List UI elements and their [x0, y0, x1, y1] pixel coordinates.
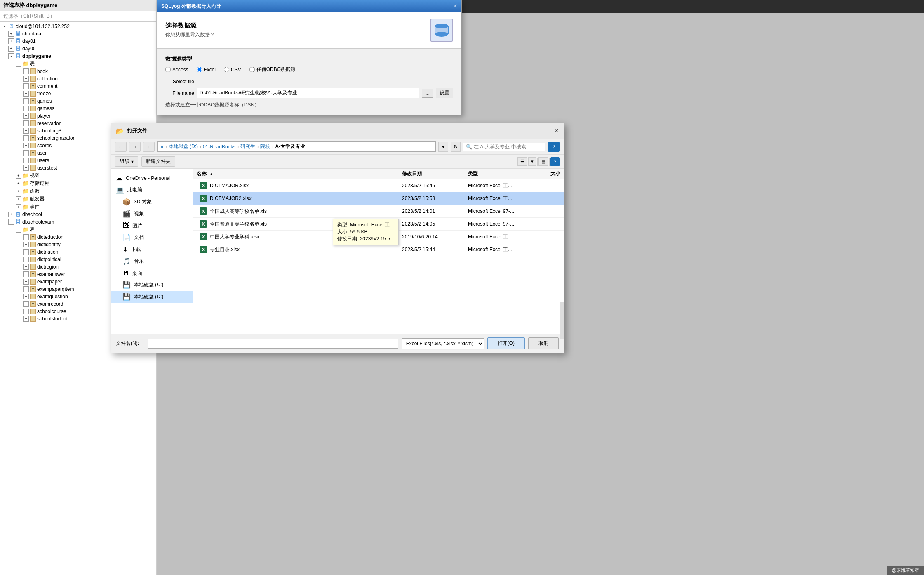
- sidebar-downloads[interactable]: ⬇ 下载: [111, 243, 193, 255]
- radio-excel-input[interactable]: [197, 67, 202, 72]
- sidebar-videos[interactable]: 🎬 视频: [111, 208, 193, 220]
- breadcrumb-school[interactable]: 院校: [260, 143, 270, 150]
- tables-exam-expand[interactable]: -: [16, 227, 21, 233]
- footer-filename-input[interactable]: [148, 339, 398, 349]
- folder-icon-procedures: 📁: [22, 180, 29, 187]
- db-day05[interactable]: + 🗄 day05: [0, 45, 156, 52]
- radio-csv-label: CSV: [231, 67, 241, 73]
- breadcrumb-home[interactable]: «: [161, 144, 164, 150]
- col-date[interactable]: 修改日期: [399, 170, 465, 177]
- sidebar-filter[interactable]: 过滤器（Ctrl+Shift+B）: [0, 11, 156, 22]
- file-item-dictmajor2[interactable]: X DICTMAJOR2.xlsx 2023/5/2 15:58 Microso…: [193, 192, 564, 205]
- table-freeze[interactable]: +Tfreeze: [0, 90, 156, 97]
- view-detail-btn[interactable]: ☰: [517, 157, 527, 166]
- radio-excel[interactable]: Excel: [197, 67, 216, 73]
- doc-icon: 📄: [122, 233, 131, 241]
- footer-filetype-select[interactable]: Excel Files(*.xls, *.xlsx, *.xlsm): [402, 338, 484, 349]
- db-dbplaygame[interactable]: - 🗄 dbplaygame: [0, 52, 156, 60]
- breadcrumb-grad[interactable]: 研究生: [240, 143, 255, 150]
- folder-icon: 📁: [22, 61, 29, 67]
- db-chatdata[interactable]: + 🗄 chatdata: [0, 30, 156, 38]
- nav-forward-btn[interactable]: →: [129, 142, 141, 152]
- dbschoolexam-expand[interactable]: -: [8, 219, 14, 225]
- file-settings-btn[interactable]: 设置: [436, 88, 453, 98]
- sidebar-thispc[interactable]: 💻 此电脑: [111, 184, 193, 196]
- search-input[interactable]: [474, 144, 536, 150]
- help-toolbar-btn[interactable]: ?: [550, 157, 560, 166]
- preview-btn[interactable]: ▤: [538, 157, 548, 166]
- search-bar: 🔍: [463, 143, 545, 151]
- tooltip-size-label: 大小:: [337, 229, 348, 235]
- picture-icon: 🖼: [122, 222, 129, 229]
- day01-expand[interactable]: +: [8, 38, 14, 44]
- file-item-chengren[interactable]: X 全国成人高等学校名单.xls 2023/5/2 14:01 Microsof…: [193, 205, 564, 218]
- radio-access[interactable]: Access: [165, 67, 188, 73]
- db-day01[interactable]: + 🗄 day01: [0, 38, 156, 45]
- sidebar-3dobjects[interactable]: 📦 3D 对象: [111, 196, 193, 208]
- sqlyog-close-btn[interactable]: ×: [454, 2, 457, 10]
- breadcrumb-d[interactable]: 本地磁盘 (D:): [169, 143, 198, 150]
- dbplaygame-expand[interactable]: -: [8, 53, 14, 59]
- server-node[interactable]: - 🖥 cloud@101.132.152.252: [0, 23, 156, 30]
- col-size[interactable]: 大小: [531, 170, 564, 177]
- view-dropdown-btn[interactable]: ▾: [528, 157, 536, 166]
- table-player[interactable]: +Tplayer: [0, 112, 156, 120]
- nav-up-btn[interactable]: ↑: [143, 142, 155, 152]
- doc-label: 文档: [134, 234, 144, 241]
- tables-expand[interactable]: -: [16, 61, 21, 67]
- ti-examrecord: T: [30, 301, 36, 307]
- file-dialog-titlebar: 📂 打开文件 ×: [111, 123, 564, 139]
- file-dialog-close-btn[interactable]: ×: [554, 127, 559, 135]
- organize-btn[interactable]: 组织 ▾: [115, 156, 138, 167]
- ti-dictidentity: T: [30, 241, 36, 248]
- cancel-file-btn[interactable]: 取消: [528, 337, 559, 349]
- file-tooltip: 类型: Microsoft Excel 工... 大小: 59.6 KB 修改日…: [333, 219, 399, 245]
- table-icon-comment: T: [30, 83, 36, 90]
- radio-access-input[interactable]: [165, 67, 171, 72]
- table-collection[interactable]: +Tcollection: [0, 75, 156, 82]
- sidebar-documents[interactable]: 📄 文档: [111, 231, 193, 243]
- sidebar-music[interactable]: 🎵 音乐: [111, 255, 193, 267]
- breadcrumb-sep4: ›: [257, 144, 259, 150]
- nav-back-btn[interactable]: ←: [115, 142, 127, 152]
- dbschoolexam-label: dbschoolexam: [22, 219, 54, 225]
- radio-csv-input[interactable]: [224, 67, 229, 72]
- breadcrumb-readbooks[interactable]: 01-ReadBooks: [203, 144, 235, 150]
- sidebar-drive-c[interactable]: 💾 本地磁盘 (C:): [111, 279, 193, 291]
- organize-chevron-icon: ▾: [131, 159, 134, 165]
- chatdata-expand[interactable]: +: [8, 31, 14, 37]
- help-btn[interactable]: ?: [548, 142, 560, 152]
- sidebar-onedrive[interactable]: ☁ OneDrive - Personal: [111, 172, 193, 184]
- open-file-btn[interactable]: 打开(O): [487, 337, 525, 349]
- db-icon-dbschoolexam: 🗄: [15, 219, 21, 225]
- new-folder-btn[interactable]: 新建文件夹: [141, 156, 175, 167]
- file-browse-btn[interactable]: ...: [422, 89, 433, 98]
- table-games[interactable]: +Tgames: [0, 97, 156, 105]
- file-type-6: Microsoft Excel 工...: [465, 246, 531, 253]
- dbschool-expand[interactable]: +: [8, 212, 14, 217]
- odbc-text: 选择或建立一个ODBC数据源名称（DSN）: [165, 101, 453, 108]
- table-gamess[interactable]: +Tgamess: [0, 105, 156, 112]
- file-list: 名称 ▲ 修改日期 类型 大小 X DICTMAJOR.xlsx 2023/5/…: [193, 169, 564, 334]
- folder-tables-dbplaygame[interactable]: - 📁 表: [0, 60, 156, 68]
- sidebar-drive-d[interactable]: 💾 本地磁盘 (D:): [111, 291, 193, 303]
- col-type[interactable]: 类型: [465, 170, 531, 177]
- ti-schoolcourse: T: [30, 308, 36, 315]
- radio-odbc[interactable]: 任何ODBC数据源: [249, 66, 296, 73]
- col-name[interactable]: 名称 ▲: [193, 170, 399, 177]
- music-icon: 🎵: [122, 257, 131, 265]
- nav-refresh-btn[interactable]: ↻: [451, 142, 461, 152]
- sidebar-pictures[interactable]: 🖼 图片: [111, 220, 193, 231]
- table-comment[interactable]: +Tcomment: [0, 82, 156, 90]
- table-book[interactable]: +Tbook: [0, 68, 156, 75]
- day05-expand[interactable]: +: [8, 46, 14, 52]
- file-item-dictmajor[interactable]: X DICTMAJOR.xlsx 2023/5/2 15:45 Microsof…: [193, 179, 564, 192]
- sidebar-desktop[interactable]: 🖥 桌面: [111, 267, 193, 279]
- col-name-label: 名称: [197, 171, 207, 177]
- breadcrumb-dropdown[interactable]: ▾: [438, 142, 448, 152]
- radio-csv[interactable]: CSV: [224, 67, 241, 73]
- db-icon-chatdata: 🗄: [15, 31, 21, 37]
- radio-odbc-input[interactable]: [249, 67, 255, 72]
- server-expand[interactable]: -: [2, 24, 7, 29]
- drive-c-label: 本地磁盘 (C:): [134, 281, 163, 288]
